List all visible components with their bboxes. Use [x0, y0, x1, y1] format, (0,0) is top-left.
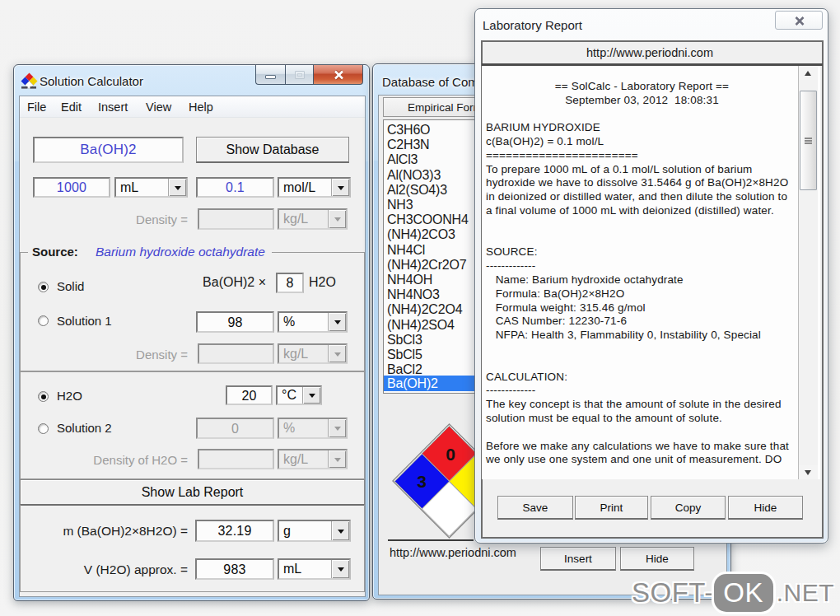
svg-text:0: 0	[446, 445, 455, 464]
svg-text:3: 3	[417, 472, 427, 491]
